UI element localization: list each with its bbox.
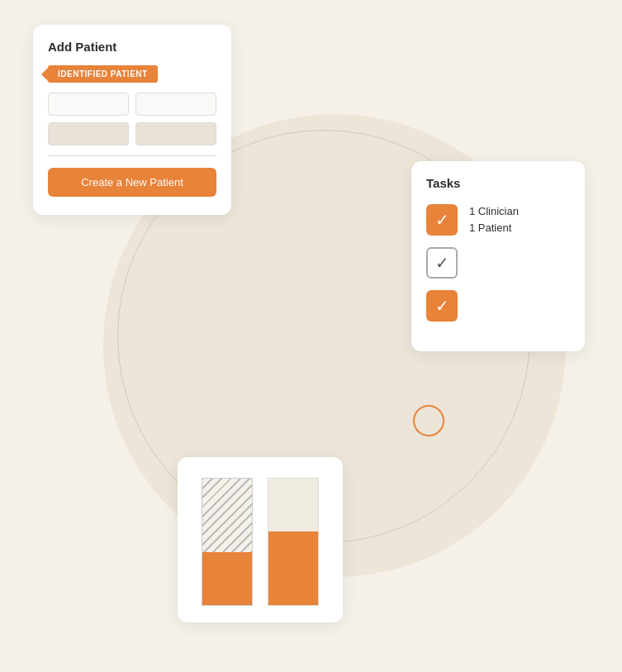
name-row: [48, 93, 216, 116]
task-item-2: ✓: [426, 247, 570, 279]
field-4[interactable]: [135, 122, 216, 145]
task-item-1: ✓ 1 Clinician 1 Patient: [426, 203, 570, 236]
checkmark-icon-3: ✓: [435, 298, 449, 314]
task-label-1: 1 Clinician 1 Patient: [469, 203, 519, 236]
task-item-3: ✓: [426, 290, 570, 322]
accent-circle: [413, 405, 444, 436]
bar-1-top: [202, 478, 253, 552]
checkmark-icon-2: ✓: [435, 255, 449, 271]
bar-2-bottom: [268, 531, 319, 606]
checkbox-1[interactable]: ✓: [426, 204, 458, 236]
add-patient-card: Add Patient IDENTIFIED PATIENT Create a …: [33, 25, 231, 215]
tasks-title: Tasks: [426, 176, 570, 190]
checkbox-3[interactable]: ✓: [426, 290, 458, 322]
form-divider: [48, 155, 216, 156]
bar-1-hatched: [202, 478, 253, 606]
last-name-field[interactable]: [135, 93, 216, 116]
identified-patient-badge: IDENTIFIED PATIENT: [48, 65, 158, 83]
chart-card: [178, 457, 343, 622]
secondary-row: [48, 122, 216, 145]
add-patient-title: Add Patient: [48, 40, 216, 54]
tasks-card: Tasks ✓ 1 Clinician 1 Patient ✓ ✓: [411, 161, 585, 351]
bar-1-bottom: [202, 552, 253, 606]
checkmark-icon-1: ✓: [435, 212, 449, 228]
create-new-patient-button[interactable]: Create a New Patient: [48, 168, 216, 197]
bar-2-top: [268, 478, 319, 531]
checkbox-2[interactable]: ✓: [426, 247, 458, 279]
scene: Add Patient IDENTIFIED PATIENT Create a …: [0, 0, 622, 672]
bar-2-solid: [268, 478, 319, 606]
first-name-field[interactable]: [48, 93, 129, 116]
field-3[interactable]: [48, 122, 129, 145]
